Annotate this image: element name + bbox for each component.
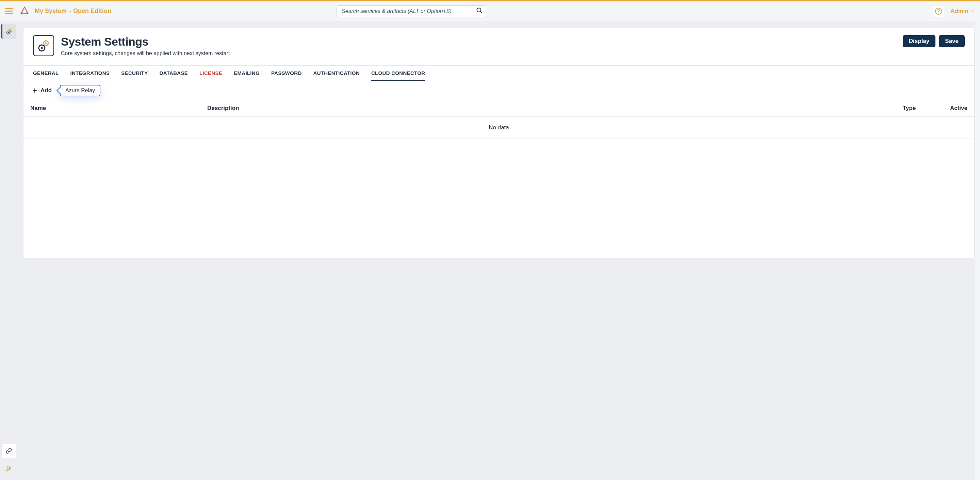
gears-icon bbox=[37, 38, 51, 53]
add-button[interactable]: Add bbox=[28, 85, 55, 96]
topbar: My System - Open Edition Admin bbox=[0, 2, 980, 21]
search-input[interactable] bbox=[337, 5, 486, 17]
siderail-link[interactable] bbox=[2, 443, 16, 458]
admin-label: Admin bbox=[950, 8, 969, 14]
siderail-settings[interactable] bbox=[2, 24, 16, 39]
table-empty: No data bbox=[24, 117, 974, 139]
tab-emailing[interactable]: EMAILING bbox=[234, 66, 259, 81]
display-button[interactable]: Display bbox=[903, 35, 935, 47]
svg-point-7 bbox=[8, 32, 9, 33]
tabs: GENERALINTEGRATIONSSECURITYDATABASELICEN… bbox=[24, 66, 974, 81]
tab-cloud-connector[interactable]: CLOUD CONNECTOR bbox=[371, 66, 425, 81]
help-button[interactable] bbox=[933, 5, 944, 17]
col-name: Name bbox=[30, 105, 207, 112]
tab-password[interactable]: PASSWORD bbox=[271, 66, 302, 81]
search-icon[interactable] bbox=[476, 7, 483, 15]
page-subtitle: Core system settings, changes will be ap… bbox=[61, 50, 230, 56]
chevron-down-icon bbox=[970, 9, 975, 14]
search-wrap bbox=[337, 5, 486, 17]
edition-label: - Open Edition bbox=[69, 8, 111, 14]
save-button[interactable]: Save bbox=[939, 35, 965, 47]
logo-icon bbox=[19, 6, 30, 17]
admin-menu[interactable]: Admin bbox=[950, 8, 975, 14]
popover-label: Azure Relay bbox=[65, 88, 95, 93]
content-area: System Settings Core system settings, ch… bbox=[18, 21, 980, 480]
tab-database[interactable]: DATABASE bbox=[159, 66, 188, 81]
plus-icon bbox=[32, 88, 38, 94]
table-header: Name Description Type Active bbox=[24, 100, 974, 117]
col-type: Type bbox=[903, 105, 940, 112]
gears-icon bbox=[5, 27, 14, 36]
col-active: Active bbox=[940, 105, 967, 112]
page-title: System Settings bbox=[61, 35, 230, 48]
settings-icon-tile bbox=[33, 35, 54, 56]
add-label: Add bbox=[40, 87, 52, 94]
scrollbar[interactable] bbox=[975, 21, 980, 480]
tab-license[interactable]: LICENSE bbox=[199, 66, 222, 81]
tab-security[interactable]: SECURITY bbox=[121, 66, 148, 81]
svg-point-9 bbox=[45, 43, 47, 44]
settings-card: System Settings Core system settings, ch… bbox=[23, 27, 975, 259]
svg-point-3 bbox=[938, 13, 939, 13]
wrench-icon bbox=[5, 465, 13, 472]
card-header: System Settings Core system settings, ch… bbox=[24, 27, 974, 66]
svg-point-11 bbox=[41, 47, 43, 49]
hamburger-menu[interactable] bbox=[5, 6, 14, 16]
svg-point-5 bbox=[10, 30, 11, 30]
app-logo[interactable] bbox=[18, 5, 30, 18]
toolbar: Add Azure Relay bbox=[24, 81, 974, 100]
tab-integrations[interactable]: INTEGRATIONS bbox=[70, 66, 110, 81]
siderail-tools[interactable] bbox=[2, 461, 16, 476]
svg-point-0 bbox=[477, 8, 481, 12]
svg-line-1 bbox=[480, 11, 482, 13]
link-icon bbox=[5, 447, 12, 454]
system-name: My System bbox=[35, 8, 67, 14]
tab-authentication[interactable]: AUTHENTICATION bbox=[313, 66, 360, 81]
add-option-azure-relay[interactable]: Azure Relay bbox=[60, 85, 100, 96]
brand: My System - Open Edition bbox=[35, 8, 111, 14]
tab-general[interactable]: GENERAL bbox=[33, 66, 59, 81]
col-description: Description bbox=[207, 105, 903, 112]
help-icon bbox=[935, 8, 942, 15]
side-rail bbox=[0, 21, 18, 480]
